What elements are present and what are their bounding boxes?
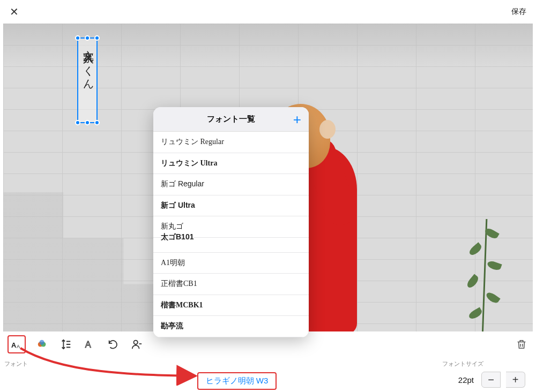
plant-decoration — [452, 219, 517, 331]
delete-button[interactable] — [515, 337, 528, 351]
save-button[interactable]: 保存 — [511, 7, 526, 17]
font-option-label: リュウミン Regular — [161, 137, 224, 147]
person-remove-icon — [131, 338, 143, 350]
text-style-icon: A — [84, 338, 95, 350]
resize-handle-bm[interactable] — [85, 120, 90, 125]
font-option[interactable]: 楷書MCBK1 — [153, 295, 309, 316]
annotation-highlight-font-tool: AA — [8, 335, 26, 353]
font-size-control: 22pt − + — [458, 372, 525, 388]
font-option-label: 楷書MCBK1 — [161, 300, 203, 310]
palette-icon — [36, 338, 48, 350]
text-content: 文字入れくん — [78, 39, 99, 88]
font-list-popover: フォント一覧 + リュウミン Regularリュウミン Ultra新ゴ Regu… — [153, 107, 309, 337]
add-font-button[interactable]: + — [293, 112, 301, 126]
undo-button[interactable] — [106, 337, 120, 351]
trash-icon — [516, 338, 527, 350]
bottom-toolbar: AA A — [0, 332, 536, 364]
font-tool-button[interactable]: AA — [10, 337, 24, 351]
font-size-decrease[interactable]: − — [481, 372, 501, 388]
font-option[interactable]: 新ゴ Regular — [153, 174, 309, 195]
svg-point-4 — [40, 340, 44, 345]
font-option-label: 正楷書CB1 — [161, 279, 197, 289]
resize-handle-br[interactable] — [94, 120, 100, 125]
font-option-label: 勘亭流 — [161, 321, 183, 331]
current-font-button[interactable]: ヒラギノ明朝 W3 — [197, 372, 277, 390]
font-section-label: フォント — [4, 360, 28, 368]
resize-handle-tm[interactable] — [85, 35, 90, 41]
spacing-tool-button[interactable] — [59, 337, 73, 351]
text-element-selected[interactable]: 文字入れくん — [77, 37, 98, 123]
font-option[interactable]: 正楷書CB1 — [153, 274, 309, 295]
line-spacing-icon — [60, 338, 72, 350]
svg-text:A: A — [11, 341, 16, 349]
font-option-label: 新ゴ Regular — [161, 179, 204, 189]
style-tool-button[interactable]: A — [83, 337, 96, 351]
font-option-label: 新ゴ Ultra — [161, 201, 195, 210]
svg-point-6 — [134, 341, 138, 344]
font-option-label: A1明朝 — [161, 258, 185, 268]
undo-icon — [107, 338, 119, 350]
popover-header: フォント一覧 + — [153, 107, 309, 132]
font-list[interactable]: リュウミン Regularリュウミン Ultra新ゴ Regular新ゴ Ult… — [153, 132, 309, 337]
font-icon: AA — [11, 338, 23, 350]
svg-text:A: A — [85, 340, 91, 349]
resize-handle-tr[interactable] — [94, 35, 100, 41]
close-button[interactable]: ✕ — [10, 5, 19, 18]
font-size-increase[interactable]: + — [506, 372, 525, 388]
color-tool-button[interactable] — [35, 337, 49, 351]
resize-handle-tl[interactable] — [75, 35, 80, 41]
person-tool-button[interactable] — [130, 337, 144, 351]
font-option[interactable]: 太ゴB101 — [153, 238, 309, 253]
font-option-label: 新丸ゴ — [161, 222, 183, 231]
font-option[interactable]: リュウミン Ultra — [153, 153, 309, 175]
font-option[interactable]: リュウミン Regular — [153, 132, 309, 153]
font-option-label: 太ゴB101 — [161, 232, 193, 242]
font-option[interactable]: A1明朝 — [153, 253, 309, 274]
font-option-label: リュウミン Ultra — [161, 159, 217, 168]
font-option[interactable]: 新ゴ Ultra — [153, 195, 309, 217]
svg-text:A: A — [17, 344, 20, 349]
resize-handle-bl[interactable] — [75, 120, 80, 125]
font-size-value: 22pt — [458, 375, 474, 385]
size-section-label: フォントサイズ — [442, 360, 483, 368]
popover-title: フォント一覧 — [207, 114, 255, 124]
